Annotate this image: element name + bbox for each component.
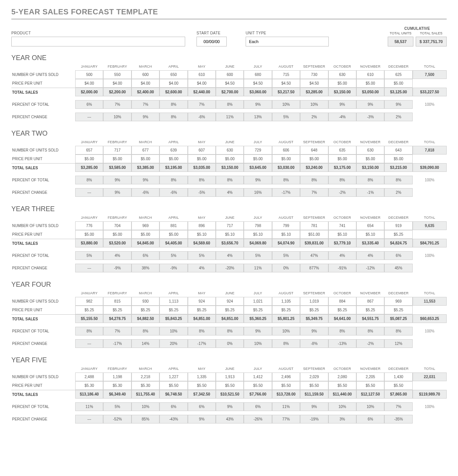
price-cell[interactable]: $5.00 — [356, 155, 384, 163]
price-cell[interactable]: $5.25 — [272, 306, 300, 314]
price-cell[interactable]: $5.50 — [272, 381, 300, 390]
price-cell[interactable]: $5.00 — [300, 155, 328, 163]
units-cell[interactable]: 924 — [188, 297, 216, 306]
units-cell[interactable]: 500 — [75, 70, 103, 79]
price-cell[interactable]: $5.50 — [328, 381, 356, 390]
units-cell[interactable]: 799 — [272, 221, 300, 230]
price-cell[interactable]: $5.25 — [328, 306, 356, 314]
units-cell[interactable]: 2,205 — [356, 372, 384, 381]
units-cell[interactable]: 654 — [356, 221, 384, 230]
units-cell[interactable]: 704 — [103, 221, 131, 230]
units-cell[interactable]: 630 — [356, 146, 384, 155]
price-cell[interactable]: $5.00 — [132, 230, 159, 239]
price-cell[interactable]: $5.25 — [384, 306, 412, 314]
units-cell[interactable]: 969 — [132, 221, 159, 230]
units-cell[interactable]: 741 — [328, 221, 356, 230]
price-cell[interactable]: $5.00 — [216, 155, 244, 163]
price-cell[interactable]: $5.25 — [356, 306, 384, 314]
units-cell[interactable]: 2,029 — [300, 372, 328, 381]
price-cell[interactable]: $5.10 — [356, 230, 384, 239]
product-input[interactable] — [11, 37, 185, 46]
units-cell[interactable]: 630 — [328, 70, 356, 79]
units-cell[interactable]: 930 — [132, 297, 159, 306]
units-cell[interactable]: 715 — [272, 70, 300, 79]
price-cell[interactable]: $5.25 — [300, 306, 328, 314]
units-cell[interactable]: 2,080 — [328, 372, 356, 381]
units-cell[interactable]: 1,412 — [244, 372, 272, 381]
price-cell[interactable]: $4.50 — [244, 79, 272, 88]
price-cell[interactable]: $4.00 — [132, 79, 159, 88]
price-cell[interactable]: $5.50 — [244, 381, 272, 390]
price-cell[interactable]: $5.25 — [216, 306, 244, 314]
price-cell[interactable]: $5.10 — [244, 230, 272, 239]
units-cell[interactable]: 680 — [244, 70, 272, 79]
price-cell[interactable]: $5.00 — [328, 155, 356, 163]
units-cell[interactable]: 1,021 — [244, 297, 272, 306]
price-cell[interactable]: $5.25 — [159, 306, 187, 314]
price-cell[interactable]: $5.50 — [216, 381, 244, 390]
units-cell[interactable]: 610 — [188, 70, 216, 79]
price-cell[interactable]: $51.00 — [300, 230, 328, 239]
units-cell[interactable]: 717 — [216, 221, 244, 230]
price-cell[interactable]: $5.10 — [188, 230, 216, 239]
units-cell[interactable]: 610 — [356, 70, 384, 79]
price-cell[interactable]: $5.00 — [103, 155, 131, 163]
price-cell[interactable]: $5.25 — [244, 306, 272, 314]
units-cell[interactable]: 650 — [159, 70, 187, 79]
price-cell[interactable]: $5.25 — [132, 306, 159, 314]
price-cell[interactable]: $5.50 — [300, 381, 328, 390]
units-cell[interactable]: 982 — [75, 297, 103, 306]
units-cell[interactable]: 781 — [300, 221, 328, 230]
units-cell[interactable]: 924 — [216, 297, 244, 306]
price-cell[interactable]: $5.30 — [75, 381, 103, 390]
units-cell[interactable]: 2,218 — [132, 372, 159, 381]
units-cell[interactable]: 550 — [103, 70, 131, 79]
units-cell[interactable]: 730 — [300, 70, 328, 79]
price-cell[interactable]: $5.10 — [216, 230, 244, 239]
price-cell[interactable]: $5.00 — [356, 79, 384, 88]
price-cell[interactable]: $5.30 — [103, 381, 131, 390]
price-cell[interactable]: $5.00 — [75, 155, 103, 163]
units-cell[interactable]: 1,227 — [159, 372, 187, 381]
price-cell[interactable]: $4.00 — [188, 79, 216, 88]
price-cell[interactable]: $4.50 — [216, 79, 244, 88]
price-cell[interactable]: $5.00 — [103, 230, 131, 239]
start-date-input[interactable] — [197, 37, 227, 46]
units-cell[interactable]: 2,496 — [272, 372, 300, 381]
price-cell[interactable]: $4.50 — [300, 79, 328, 88]
price-cell[interactable]: $5.25 — [103, 306, 131, 314]
price-cell[interactable]: $5.50 — [159, 381, 187, 390]
units-cell[interactable]: 607 — [188, 146, 216, 155]
units-cell[interactable]: 1,113 — [159, 297, 187, 306]
price-cell[interactable]: $5.00 — [272, 155, 300, 163]
units-cell[interactable]: 1,105 — [272, 297, 300, 306]
price-cell[interactable]: $4.00 — [103, 79, 131, 88]
units-cell[interactable]: 600 — [216, 70, 244, 79]
price-cell[interactable]: $5.50 — [188, 381, 216, 390]
price-cell[interactable]: $5.10 — [272, 230, 300, 239]
units-cell[interactable]: 884 — [328, 297, 356, 306]
price-cell[interactable]: $5.00 — [328, 79, 356, 88]
units-cell[interactable]: 630 — [216, 146, 244, 155]
units-cell[interactable]: 657 — [75, 146, 103, 155]
units-cell[interactable]: 2,488 — [75, 372, 103, 381]
price-cell[interactable]: $5.50 — [356, 381, 384, 390]
price-cell[interactable]: $4.00 — [75, 79, 103, 88]
units-cell[interactable]: 639 — [159, 146, 187, 155]
price-cell[interactable]: $5.00 — [159, 155, 187, 163]
price-cell[interactable]: $5.00 — [188, 155, 216, 163]
units-cell[interactable]: 1,430 — [384, 372, 412, 381]
units-cell[interactable]: 919 — [384, 221, 412, 230]
price-cell[interactable]: $5.00 — [132, 155, 159, 163]
price-cell[interactable]: $5.00 — [244, 155, 272, 163]
units-cell[interactable]: 717 — [103, 146, 131, 155]
units-cell[interactable]: 798 — [244, 221, 272, 230]
units-cell[interactable]: 1,913 — [216, 372, 244, 381]
units-cell[interactable]: 648 — [300, 146, 328, 155]
units-cell[interactable]: 729 — [244, 146, 272, 155]
units-cell[interactable]: 1,019 — [300, 297, 328, 306]
unit-type-input[interactable] — [246, 37, 329, 46]
units-cell[interactable]: 606 — [272, 146, 300, 155]
units-cell[interactable]: 635 — [328, 146, 356, 155]
price-cell[interactable]: $5.50 — [384, 381, 412, 390]
